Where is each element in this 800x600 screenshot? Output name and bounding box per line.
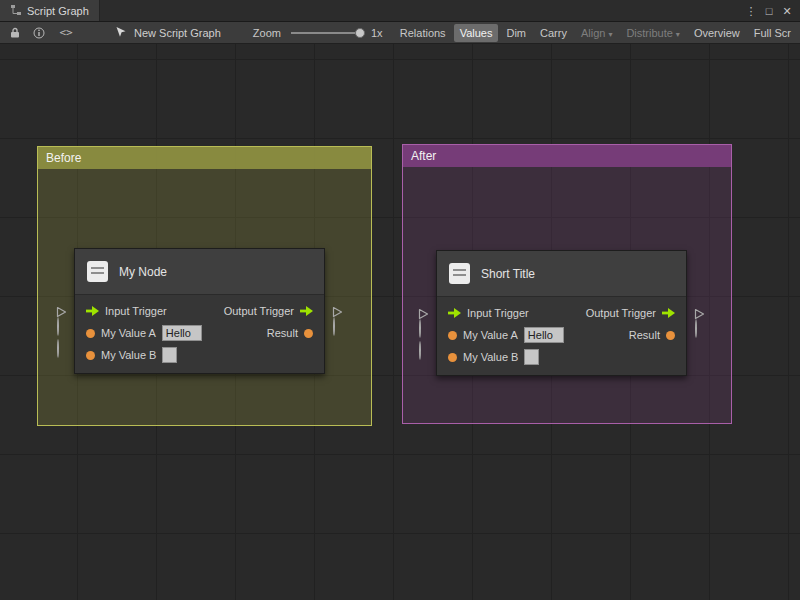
- node-short-title[interactable]: Short Title Input Trigger Output Trigger: [436, 250, 687, 376]
- graph-picker[interactable]: New Script Graph: [115, 26, 221, 40]
- relations-button[interactable]: Relations: [394, 24, 452, 42]
- value-a-field[interactable]: [524, 327, 564, 343]
- group-title: After: [411, 149, 436, 163]
- overview-button[interactable]: Overview: [688, 24, 746, 42]
- group-after-header[interactable]: After: [403, 145, 731, 167]
- graph-canvas[interactable]: Before After My Node Input Trigger: [0, 44, 800, 600]
- port-row-value-a: My Value A Result: [437, 324, 686, 346]
- group-before-header[interactable]: Before: [38, 147, 371, 169]
- script-graph-window: Script Graph ⋮ □ ✕ <> New Script Graph Z…: [0, 0, 800, 600]
- node-title: My Node: [119, 265, 167, 279]
- value-port-dot[interactable]: [304, 329, 313, 338]
- node-my-node[interactable]: My Node Input Trigger Output Trigger: [74, 248, 325, 374]
- port-row-value-a: My Value A Result: [75, 322, 324, 344]
- trigger-in-arrow-icon[interactable]: [448, 304, 461, 322]
- script-graph-asset-icon: [115, 26, 128, 40]
- node-title: Short Title: [481, 267, 535, 281]
- tab-script-graph[interactable]: Script Graph: [0, 0, 100, 21]
- port-label: My Value B: [101, 349, 156, 361]
- value-port-dot[interactable]: [448, 331, 457, 340]
- lock-icon[interactable]: [3, 22, 27, 44]
- value-port-dot[interactable]: [86, 351, 95, 360]
- window-controls: ⋮ □ ✕: [743, 0, 800, 21]
- dim-button[interactable]: Dim: [500, 24, 532, 42]
- align-button[interactable]: Align▾: [575, 24, 618, 42]
- node-header[interactable]: Short Title: [437, 251, 686, 297]
- graph-name: New Script Graph: [134, 27, 221, 39]
- chevron-down-icon: ▾: [608, 30, 612, 39]
- carry-button[interactable]: Carry: [534, 24, 573, 42]
- port-row-trigger: Input Trigger Output Trigger: [75, 300, 324, 322]
- value-b-field[interactable]: [162, 347, 177, 363]
- node-header[interactable]: My Node: [75, 249, 324, 295]
- group-title: Before: [46, 151, 81, 165]
- port-label: My Value A: [463, 329, 518, 341]
- zoom-slider[interactable]: [291, 32, 361, 34]
- port-label: Input Trigger: [467, 307, 529, 319]
- port-row-value-b: My Value B: [437, 346, 686, 368]
- script-unit-icon: [449, 263, 470, 284]
- trigger-out-arrow-icon[interactable]: [300, 302, 313, 320]
- chevron-down-icon: ▾: [676, 30, 680, 39]
- port-label: My Value B: [463, 351, 518, 363]
- port-label: Output Trigger: [586, 307, 656, 319]
- port-label: Input Trigger: [105, 305, 167, 317]
- maximize-icon[interactable]: □: [761, 0, 777, 22]
- zoom-slider-handle[interactable]: [355, 28, 365, 38]
- zoom-label: Zoom: [253, 27, 281, 39]
- trigger-in-arrow-icon[interactable]: [86, 302, 99, 320]
- value-port-dot[interactable]: [448, 353, 457, 362]
- port-label: Result: [629, 329, 660, 341]
- graph-icon: [10, 4, 22, 18]
- info-icon[interactable]: [27, 22, 51, 44]
- node-body: Input Trigger Output Trigger My Value A …: [437, 297, 686, 375]
- tab-title: Script Graph: [27, 5, 89, 17]
- fullscreen-button[interactable]: Full Scr: [748, 24, 797, 42]
- port-label: My Value A: [101, 327, 156, 339]
- value-b-field[interactable]: [524, 349, 539, 365]
- value-port-dot[interactable]: [666, 331, 675, 340]
- port-row-trigger: Input Trigger Output Trigger: [437, 302, 686, 324]
- port-label: Output Trigger: [224, 305, 294, 317]
- values-button[interactable]: Values: [454, 24, 499, 42]
- port-row-value-b: My Value B: [75, 344, 324, 366]
- window-menu-icon[interactable]: ⋮: [743, 0, 759, 22]
- toolbar-buttons: Relations Values Dim Carry Align▾ Distri…: [394, 24, 797, 42]
- titlebar: Script Graph ⋮ □ ✕: [0, 0, 800, 22]
- code-icon[interactable]: <>: [51, 26, 81, 39]
- node-body: Input Trigger Output Trigger My Value A …: [75, 295, 324, 373]
- distribute-button[interactable]: Distribute▾: [620, 24, 685, 42]
- value-a-field[interactable]: [162, 325, 202, 341]
- graph-toolbar: <> New Script Graph Zoom 1x Relations Va…: [0, 22, 800, 44]
- port-label: Result: [267, 327, 298, 339]
- zoom-value: 1x: [371, 27, 383, 39]
- close-icon[interactable]: ✕: [779, 0, 795, 22]
- script-unit-icon: [87, 261, 108, 282]
- value-port-dot[interactable]: [86, 329, 95, 338]
- trigger-out-arrow-icon[interactable]: [662, 304, 675, 322]
